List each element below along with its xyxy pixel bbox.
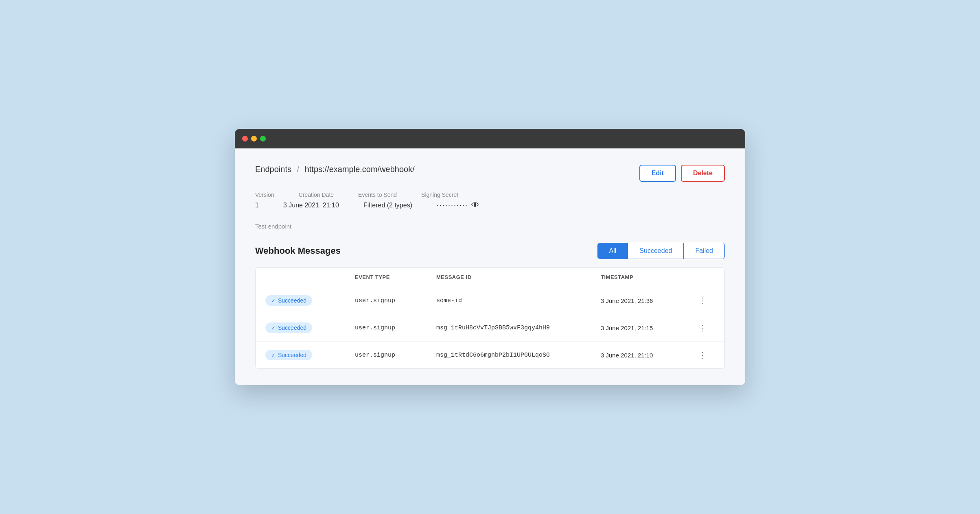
messages-table: EVENT TYPE MESSAGE ID TIMESTAMP ✓ Succee… <box>255 267 725 369</box>
event-type-cell: user.signup <box>355 352 436 359</box>
breadcrumb-current: https://example.com/webhook/ <box>305 165 415 174</box>
signing-secret-dots: ··········· <box>437 201 468 209</box>
timestamp-cell: 3 June 2021, 21:10 <box>601 352 690 359</box>
version-value: 1 <box>255 202 259 209</box>
table-header-row: EVENT TYPE MESSAGE ID TIMESTAMP <box>256 268 724 287</box>
creation-date-value: 3 June 2021, 21:10 <box>283 202 339 209</box>
eye-icon[interactable]: 👁 <box>471 200 479 210</box>
status-badge: ✓ Succeeded <box>265 322 312 333</box>
more-actions-icon[interactable]: ⋮ <box>690 323 715 333</box>
meta-values-row: 1 3 June 2021, 21:10 Filtered (2 types) … <box>255 200 725 210</box>
version-label: Version <box>255 192 274 198</box>
filter-all-button[interactable]: All <box>598 243 628 259</box>
status-badge: ✓ Succeeded <box>265 295 312 306</box>
table-row[interactable]: ✓ Succeeded user.signup msg_1tRuH8cVvTJp… <box>256 314 724 342</box>
message-id-cell: msg_1tRuH8cVvTJpSBB5wxF3gqy4hH9 <box>436 325 601 331</box>
timestamp-cell: 3 June 2021, 21:15 <box>601 325 690 331</box>
status-cell: ✓ Succeeded <box>265 295 355 306</box>
col-event-type-header: EVENT TYPE <box>355 274 436 280</box>
app-window: Endpoints / https://example.com/webhook/… <box>235 129 745 385</box>
page-header: Endpoints / https://example.com/webhook/… <box>255 165 725 182</box>
breadcrumb-separator: / <box>297 165 300 174</box>
delete-button[interactable]: Delete <box>681 165 725 182</box>
events-to-send-label: Events to Send <box>358 192 397 198</box>
filter-succeeded-button[interactable]: Succeeded <box>628 243 684 259</box>
creation-date-label: Creation Date <box>299 192 334 198</box>
table-row[interactable]: ✓ Succeeded user.signup msg_1tRtdC6o6mgn… <box>256 342 724 368</box>
col-timestamp-header: TIMESTAMP <box>601 274 690 280</box>
fullscreen-button[interactable] <box>260 136 266 142</box>
col-status-header <box>265 274 355 280</box>
status-label: Succeeded <box>278 297 306 304</box>
breadcrumb: Endpoints / https://example.com/webhook/ <box>255 165 415 174</box>
table-row[interactable]: ✓ Succeeded user.signup some-id 3 June 2… <box>256 287 724 314</box>
status-label: Succeeded <box>278 325 306 331</box>
events-to-send-value: Filtered (2 types) <box>363 202 412 209</box>
check-icon: ✓ <box>271 352 276 358</box>
check-icon: ✓ <box>271 298 276 304</box>
minimize-button[interactable] <box>251 136 257 142</box>
message-id-cell: some-id <box>436 297 601 304</box>
more-actions-icon[interactable]: ⋮ <box>690 296 715 305</box>
meta-labels-row: Version Creation Date Events to Send Sig… <box>255 192 725 198</box>
status-cell: ✓ Succeeded <box>265 322 355 333</box>
titlebar <box>235 129 745 148</box>
breadcrumb-parent[interactable]: Endpoints <box>255 165 291 174</box>
filter-failed-button[interactable]: Failed <box>684 243 724 259</box>
header-actions: Edit Delete <box>639 165 725 182</box>
timestamp-cell: 3 June 2021, 21:36 <box>601 297 690 304</box>
check-icon: ✓ <box>271 325 276 331</box>
test-endpoint-link[interactable]: Test endpoint <box>255 223 291 230</box>
close-button[interactable] <box>242 136 248 142</box>
signing-secret-row: ··········· 👁 <box>437 200 479 210</box>
message-id-cell: msg_1tRtdC6o6mgnbP2bI1UPGULqoSG <box>436 352 601 359</box>
messages-title: Webhook Messages <box>255 246 341 256</box>
event-type-cell: user.signup <box>355 325 436 331</box>
signing-secret-label: Signing Secret <box>421 192 458 198</box>
col-actions-header <box>690 274 715 280</box>
main-content: Endpoints / https://example.com/webhook/… <box>235 148 745 385</box>
messages-header: Webhook Messages All Succeeded Failed <box>255 243 725 259</box>
more-actions-icon[interactable]: ⋮ <box>690 350 715 360</box>
filter-button-group: All Succeeded Failed <box>597 243 725 259</box>
edit-button[interactable]: Edit <box>639 165 676 182</box>
status-label: Succeeded <box>278 352 306 358</box>
event-type-cell: user.signup <box>355 297 436 304</box>
status-cell: ✓ Succeeded <box>265 350 355 360</box>
col-message-id-header: MESSAGE ID <box>436 274 601 280</box>
status-badge: ✓ Succeeded <box>265 350 312 360</box>
endpoint-meta: Version Creation Date Events to Send Sig… <box>255 192 725 210</box>
